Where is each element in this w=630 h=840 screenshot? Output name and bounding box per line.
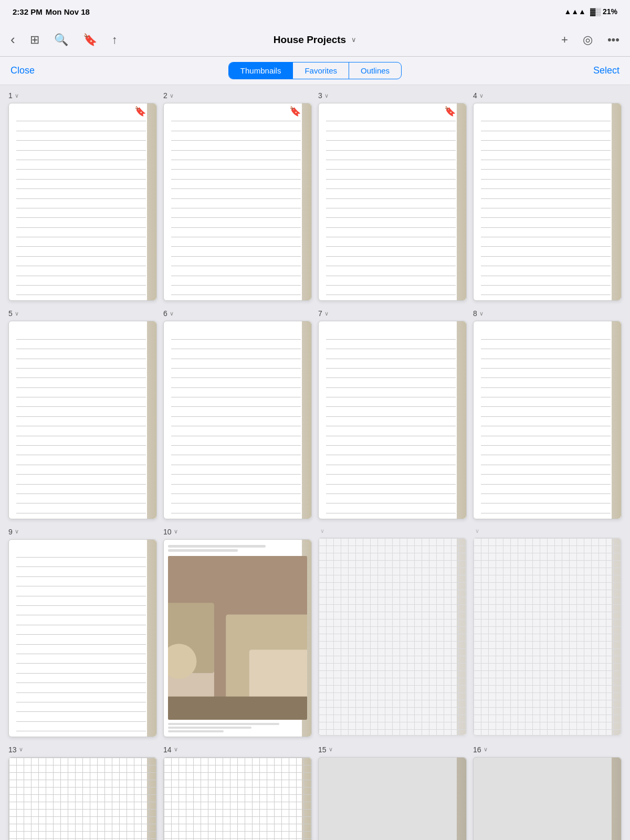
page-label-row: 7 ∨: [318, 309, 467, 318]
list-item[interactable]: 5 ∨: [8, 309, 157, 519]
grid-area: 1 ∨ 🔖 2 ∨ 🔖: [0, 85, 630, 840]
page-thumbnail[interactable]: 🔖: [318, 103, 467, 301]
list-item[interactable]: 4 ∨: [473, 91, 622, 301]
page-number: 10: [163, 528, 172, 536]
bookmark-icon[interactable]: 🔖: [83, 33, 97, 47]
page-thumbnail[interactable]: [318, 321, 467, 519]
status-bar: 2:32 PM Mon Nov 18 ▲▲▲ ▓░ 21%: [0, 0, 630, 23]
photo-page-content: [164, 540, 311, 737]
search-icon[interactable]: 🔍: [54, 33, 68, 47]
list-item[interactable]: 16 ∨: [473, 746, 622, 840]
page-number: 7: [318, 309, 322, 318]
page-thumbnail[interactable]: [318, 538, 467, 736]
chevron-down-icon: ∨: [484, 746, 488, 753]
page-label-row: 1 ∨: [8, 91, 157, 100]
more-options-icon[interactable]: •••: [607, 33, 620, 47]
page-label-row: 13 ∨: [8, 746, 157, 754]
page-thumbnail[interactable]: [163, 539, 312, 737]
list-item[interactable]: 8 ∨: [473, 309, 622, 519]
page-thumbnail[interactable]: [473, 538, 622, 736]
page-number: 14: [163, 746, 172, 754]
list-item[interactable]: ∨: [318, 528, 467, 737]
chevron-down-icon: ∨: [174, 528, 178, 535]
lined-paper: [16, 548, 146, 731]
document-title[interactable]: House Projects: [274, 34, 346, 46]
list-item[interactable]: 10 ∨: [163, 528, 312, 737]
nav-bar-right: Select: [467, 65, 620, 76]
page-tab: [457, 103, 466, 300]
segmented-control: Thumbnails Favorites Outlines: [163, 62, 467, 79]
page-number: 13: [8, 746, 17, 754]
lined-paper: [16, 330, 146, 513]
page-number: 3: [318, 91, 322, 100]
page-row-3: 9 ∨ 10 ∨: [8, 528, 622, 737]
page-label-row: 5 ∨: [8, 309, 157, 318]
page-thumbnail[interactable]: [8, 539, 157, 737]
page-number: 2: [163, 91, 167, 100]
chevron-down-icon: ∨: [15, 310, 19, 317]
grid-view-icon[interactable]: ⊞: [30, 33, 39, 47]
list-item[interactable]: 15 ∨: [318, 746, 467, 840]
tab-outlines[interactable]: Outlines: [349, 62, 401, 79]
lined-paper: [481, 112, 611, 295]
page-thumbnail[interactable]: [473, 757, 622, 840]
close-button[interactable]: Close: [10, 65, 35, 76]
page-thumbnail[interactable]: [8, 321, 157, 519]
list-item[interactable]: ∨: [473, 528, 622, 737]
time: 2:32 PM: [13, 7, 43, 16]
tab-thumbnails[interactable]: Thumbnails: [229, 62, 293, 79]
list-item[interactable]: 3 ∨ 🔖: [318, 91, 467, 301]
page-thumbnail[interactable]: [8, 757, 157, 840]
view-mode-control: Thumbnails Favorites Outlines: [228, 62, 402, 79]
page-tab: [147, 321, 156, 518]
grid-paper-lines: [474, 538, 621, 735]
tab-favorites[interactable]: Favorites: [293, 62, 349, 79]
list-item[interactable]: 2 ∨ 🔖: [163, 91, 312, 301]
page-row-2: 5 ∨ 6 ∨: [8, 309, 622, 519]
grid-paper-lines: [9, 758, 156, 840]
list-item[interactable]: 9 ∨: [8, 528, 157, 737]
nav-bar: Close Thumbnails Favorites Outlines Sele…: [0, 57, 630, 85]
page-label-row: 15 ∨: [318, 746, 467, 754]
page-row-1: 1 ∨ 🔖 2 ∨ 🔖: [8, 91, 622, 301]
add-icon[interactable]: +: [561, 33, 568, 47]
page-tab: [612, 103, 621, 300]
chevron-down-icon: ∨: [15, 528, 19, 535]
page-thumbnail[interactable]: 🔖: [8, 103, 157, 301]
date: Mon Nov 18: [46, 7, 90, 16]
toolbar-left: ‹ ⊞ 🔍 🔖 ↑: [10, 32, 214, 48]
share-icon[interactable]: ↑: [112, 33, 118, 47]
lined-paper: [171, 112, 301, 295]
page-label-row: 16 ∨: [473, 746, 622, 754]
list-item[interactable]: 7 ∨: [318, 309, 467, 519]
page-thumbnail[interactable]: 🔖: [163, 103, 312, 301]
list-item[interactable]: 6 ∨: [163, 309, 312, 519]
list-item[interactable]: 14 ∨: [163, 746, 312, 840]
back-button[interactable]: ‹: [10, 32, 15, 48]
page-thumbnail[interactable]: [318, 757, 467, 840]
lined-paper: [16, 112, 146, 295]
lined-paper: [481, 330, 611, 513]
page-thumbnail[interactable]: [163, 757, 312, 840]
page-label-row: 14 ∨: [163, 746, 312, 754]
page-tab: [302, 321, 311, 518]
page-label-row: ∨: [318, 528, 467, 534]
chevron-down-icon: ∨: [324, 310, 329, 317]
chevron-down-icon: ∨: [329, 746, 333, 753]
title-chevron-down-icon[interactable]: ∨: [351, 36, 356, 44]
page-thumbnail[interactable]: [473, 103, 622, 301]
page-label-row: 2 ∨: [163, 91, 312, 100]
svg-rect-6: [168, 696, 307, 720]
page-thumbnail[interactable]: [163, 321, 312, 519]
photo-title-lines: [168, 545, 307, 552]
select-button[interactable]: Select: [593, 65, 620, 76]
list-item[interactable]: 13 ∨: [8, 746, 157, 840]
list-item[interactable]: 1 ∨ 🔖: [8, 91, 157, 301]
battery-icon: ▓░ 21%: [590, 7, 617, 16]
page-tab: [612, 321, 621, 518]
page-thumbnail[interactable]: [473, 321, 622, 519]
page-number: 9: [8, 528, 13, 536]
circle-icon[interactable]: ◎: [583, 33, 593, 47]
page-number: 5: [8, 309, 13, 318]
nav-bar-left: Close: [10, 65, 163, 76]
